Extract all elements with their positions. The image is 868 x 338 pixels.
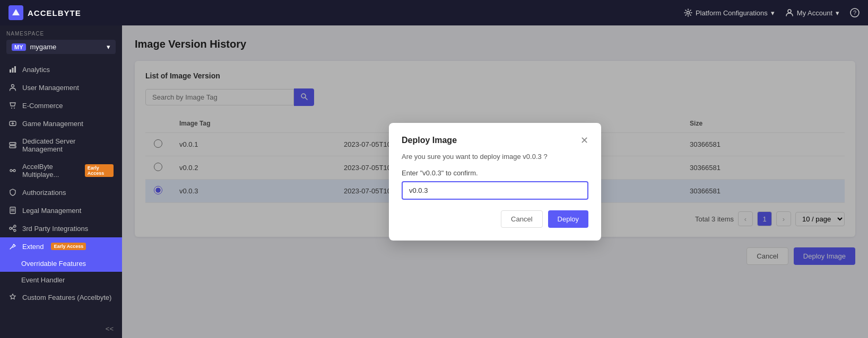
sidebar-item-custom-features-label: Custom Features (Accelbyte) xyxy=(22,293,111,301)
namespace-badge: MY xyxy=(12,43,26,51)
sidebar-subitem-event-handler-label: Event Handler xyxy=(21,276,65,284)
modal-input-label: Enter "v0.0.3" to confirm. xyxy=(402,169,588,177)
logo-icon xyxy=(8,5,23,20)
sidebar-item-accelbyte-multiplayer-label: AccelByte Multiplaye... xyxy=(22,163,77,179)
user-mgmt-icon xyxy=(8,83,17,92)
help-btn[interactable]: ? xyxy=(850,8,860,17)
svg-point-19 xyxy=(14,225,16,227)
sidebar: NAMESPACE MY mygame ▾ Analytics xyxy=(0,25,122,338)
server-icon xyxy=(8,141,17,149)
svg-rect-5 xyxy=(12,68,14,73)
chevron-down-icon: ▾ xyxy=(771,9,775,17)
platform-configurations-btn[interactable]: Platform Configurations ▾ xyxy=(684,8,775,17)
logo-text: ACCELBYTE xyxy=(28,8,81,17)
sidebar-item-user-management-label: User Management xyxy=(22,84,79,92)
sidebar-item-ecommerce[interactable]: E-Commerce xyxy=(0,96,122,114)
sidebar-item-legal-management-label: Legal Management xyxy=(22,207,81,215)
namespace-name: mygame xyxy=(30,43,57,51)
sidebar-item-accelbyte-multiplayer[interactable]: AccelByte Multiplaye... Early Access xyxy=(0,158,122,183)
svg-rect-6 xyxy=(14,66,16,73)
namespace-section: NAMESPACE MY mygame ▾ xyxy=(0,25,122,57)
svg-point-15 xyxy=(10,170,12,172)
multiplayer-icon xyxy=(8,166,17,175)
svg-point-16 xyxy=(13,170,15,172)
svg-point-1 xyxy=(788,10,791,13)
svg-point-20 xyxy=(14,229,16,232)
top-bar-right: Platform Configurations ▾ My Account ▾ ? xyxy=(684,8,860,17)
sidebar-subitem-overridable-features[interactable]: Overridable Features xyxy=(0,255,122,272)
sidebar-item-game-management[interactable]: Game Management xyxy=(0,114,122,132)
nav-items: Analytics User Management E-Commerce Gam… xyxy=(0,57,122,319)
integration-icon xyxy=(8,224,17,233)
modal-close-button[interactable]: ✕ xyxy=(580,136,588,145)
svg-point-14 xyxy=(14,146,15,147)
namespace-selector[interactable]: MY mygame ▾ xyxy=(6,40,116,54)
sidebar-item-extend-label: Extend xyxy=(22,243,44,251)
account-chevron-icon: ▾ xyxy=(836,9,839,17)
app-container: ACCELBYTE Platform Configurations ▾ My A… xyxy=(0,0,868,338)
svg-point-13 xyxy=(14,143,15,144)
sidebar-item-extend[interactable]: Extend Early Access xyxy=(0,237,122,255)
modal-actions: Cancel Deploy xyxy=(402,210,588,228)
svg-point-8 xyxy=(11,108,12,109)
sidebar-subitem-event-handler[interactable]: Event Handler xyxy=(0,272,122,288)
account-btn[interactable]: My Account ▾ xyxy=(785,8,839,17)
legal-icon xyxy=(8,206,17,215)
help-icon: ? xyxy=(850,8,860,17)
early-access-badge-extend: Early Access xyxy=(51,243,86,250)
sidebar-item-game-management-label: Game Management xyxy=(22,120,83,128)
modal-confirm-input[interactable] xyxy=(402,181,588,200)
gear-icon xyxy=(684,8,692,17)
namespace-selector-left: MY mygame xyxy=(12,43,56,51)
svg-point-9 xyxy=(14,108,15,109)
modal-deploy-button[interactable]: Deploy xyxy=(548,210,588,228)
sidebar-item-custom-features[interactable]: Custom Features (Accelbyte) xyxy=(0,288,122,306)
sidebar-item-user-management[interactable]: User Management xyxy=(0,78,122,96)
modal-header: Deploy Image ✕ xyxy=(402,136,588,145)
extend-icon xyxy=(8,242,17,251)
chart-icon xyxy=(8,65,17,74)
deploy-modal: Deploy Image ✕ Are you sure you want to … xyxy=(389,123,601,241)
sidebar-item-authorizations-label: Authorizations xyxy=(22,189,66,197)
svg-rect-17 xyxy=(10,207,15,214)
svg-point-7 xyxy=(12,85,14,87)
top-bar-left: ACCELBYTE xyxy=(8,5,81,20)
auth-icon xyxy=(8,188,17,197)
custom-features-icon xyxy=(8,293,17,301)
user-icon xyxy=(785,8,794,17)
svg-text:?: ? xyxy=(853,10,856,16)
sidebar-item-authorizations[interactable]: Authorizations xyxy=(0,183,122,201)
svg-point-0 xyxy=(687,12,689,14)
modal-confirm-text: Are you sure you want to deploy image v0… xyxy=(402,153,588,161)
modal-overlay: Deploy Image ✕ Are you sure you want to … xyxy=(122,25,868,338)
svg-rect-4 xyxy=(10,69,11,73)
namespace-label: NAMESPACE xyxy=(6,31,116,37)
platform-config-label: Platform Configurations xyxy=(696,9,768,17)
modal-cancel-button[interactable]: Cancel xyxy=(501,210,542,228)
sidebar-item-dedicated-server[interactable]: Dedicated Server Management xyxy=(0,132,122,158)
sidebar-item-dedicated-server-label: Dedicated Server Management xyxy=(22,137,114,153)
svg-point-18 xyxy=(10,227,12,229)
sidebar-item-ecommerce-label: E-Commerce xyxy=(22,102,63,110)
early-access-badge-multiplayer: Early Access xyxy=(85,164,114,177)
modal-title: Deploy Image xyxy=(402,136,457,145)
sidebar-item-analytics[interactable]: Analytics xyxy=(0,60,122,78)
content: Image Version History List of Image Vers… xyxy=(122,25,868,338)
sidebar-subitem-overridable-features-label: Overridable Features xyxy=(21,260,86,268)
collapse-icon: << xyxy=(106,325,114,333)
account-label: My Account xyxy=(797,9,832,17)
sidebar-collapse-btn[interactable]: << xyxy=(0,319,122,338)
sidebar-item-analytics-label: Analytics xyxy=(22,66,50,74)
sidebar-item-legal-management[interactable]: Legal Management xyxy=(0,201,122,219)
sidebar-item-3rd-party[interactable]: 3rd Party Integrations xyxy=(0,219,122,237)
game-icon xyxy=(8,119,17,128)
sidebar-item-3rd-party-label: 3rd Party Integrations xyxy=(22,225,88,233)
main-area: NAMESPACE MY mygame ▾ Analytics xyxy=(0,25,868,338)
top-bar: ACCELBYTE Platform Configurations ▾ My A… xyxy=(0,0,868,25)
shop-icon xyxy=(8,101,17,110)
namespace-chevron-icon: ▾ xyxy=(107,43,110,51)
